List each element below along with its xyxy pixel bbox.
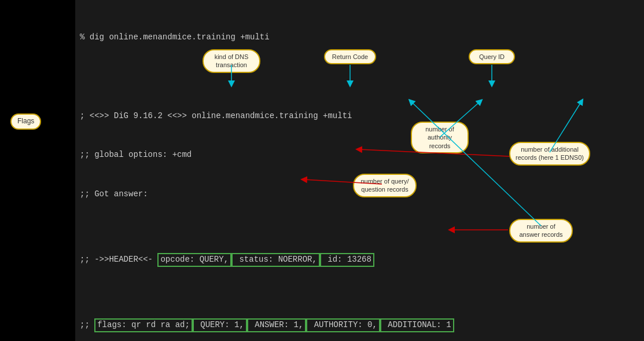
flags-prefix: ;;	[80, 318, 94, 332]
num-additional-annotation: number of additional records (here 1 EDN…	[509, 142, 590, 166]
opcode-box: opcode: QUERY,	[157, 253, 231, 267]
flags-line: ;; flags: qr rd ra ad; QUERY: 1, ANSWER:…	[80, 318, 637, 332]
answer-box: ANSWER: 1,	[247, 318, 306, 332]
header-line: ;; ->>HEADER<<- opcode: QUERY, status: N…	[80, 253, 637, 267]
left-panel: Flags	[0, 0, 75, 341]
additional-box: ADDITIONAL: 1	[380, 318, 454, 332]
kind-dns-annotation: kind of DNS transaction	[203, 49, 260, 73]
header-prefix: ;; ->>HEADER<<-	[80, 253, 157, 266]
num-authority-annotation: number of authority records	[411, 122, 469, 153]
blank1	[80, 70, 637, 83]
query-box: QUERY: 1,	[193, 318, 247, 332]
num-answer-annotation: number of answer records	[509, 219, 573, 243]
status-box: status: NOERROR,	[231, 253, 320, 267]
content-area: % dig online.menandmice.training +multi …	[75, 0, 644, 341]
line-dig-version: ; <<>> DiG 9.16.2 <<>> online.menandmice…	[80, 109, 637, 123]
command-line: % dig online.menandmice.training +multi	[80, 31, 637, 44]
return-code-annotation: Return Code	[324, 49, 376, 64]
authority-box: AUTHORITY: 0,	[306, 318, 380, 332]
id-box: id: 13268	[320, 253, 374, 267]
flags-box: flags: qr rd ra ad;	[94, 318, 193, 332]
query-id-annotation: Query ID	[469, 49, 515, 64]
main-container: Flags % dig online.menandmice.training +…	[0, 0, 644, 341]
flags-annotation: Flags	[10, 113, 41, 130]
num-query-annotation: number of query/ question records	[353, 174, 417, 197]
